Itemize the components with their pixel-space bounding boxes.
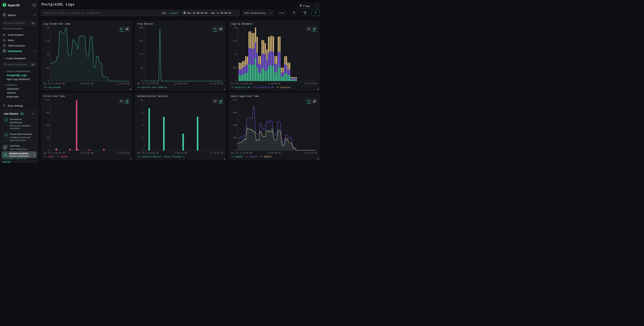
chevron-up-icon[interactable] (32, 113, 34, 114)
sidebar-item-alerts[interactable]: Alerts (0, 38, 38, 43)
sidebar-item-search[interactable]: Search (0, 13, 38, 18)
svg-text:Nov 10 12:00:00 AM: Nov 10 12:00:00 AM (137, 152, 158, 154)
line-view-button[interactable] (307, 100, 311, 104)
resize-handle[interactable] (317, 88, 319, 90)
saved-dashboards-section-header[interactable]: SAVED DASHBOARDS (0, 70, 38, 73)
line-view-button[interactable] (120, 100, 123, 104)
saved-searches-input[interactable]: ⌘K (2, 21, 36, 26)
filter-button[interactable] (301, 10, 308, 16)
sidebar-item-team-settings[interactable]: Team Settings (0, 103, 38, 109)
chart-plot-logs-by-database: 05001K1.5K2KNov 10 12:00:00 AM11:00:00 A… (231, 26, 317, 85)
kebab-icon (317, 5, 318, 8)
saved-searches-field[interactable] (8, 22, 30, 24)
tag-icon (299, 5, 302, 8)
refresh-button[interactable] (290, 10, 298, 16)
chevron-up-icon (34, 51, 36, 52)
get-started-item-connect[interactable]: Connect to ClickHouse Set up your databa… (4, 118, 34, 130)
chevron-down-icon (270, 12, 272, 14)
sidebar-item-chart-explorer[interactable]: Chart Explorer (0, 32, 38, 38)
event-search-input[interactable] (43, 12, 160, 14)
chart-card-slow-queries: Slow Queries085170255340Nov 10 12:00:00 … (134, 21, 226, 91)
logo-row: HyperDX (0, 0, 38, 10)
page-title: PostgreSQL Logs (41, 2, 320, 7)
bar-view-button[interactable] (313, 100, 316, 104)
user-menu[interactable]: D dominic.tran@clic... dominic.tran@clic… (2, 151, 37, 158)
sql-toggle[interactable]: SQL (162, 12, 166, 14)
svg-text:600: 600 (233, 124, 236, 126)
granularity-value: Auto Granularity (244, 12, 266, 14)
chart-view-toggle (118, 99, 130, 104)
get-started-item-sources[interactable]: Create Data Sources Configure where your… (4, 133, 34, 142)
saved-dashboards-input[interactable]: ⌘K (2, 62, 36, 67)
chart-plot-auth-failures: 036912Nov 10 12:00:00 AM11:00:00 AM11:30… (137, 99, 223, 155)
help-button[interactable]: ? (2, 145, 8, 150)
resize-handle[interactable] (224, 158, 225, 159)
svg-text:0: 0 (48, 80, 49, 82)
search-icon (4, 63, 6, 66)
check-circle-icon (4, 133, 8, 142)
svg-text:0: 0 (48, 149, 49, 152)
chart-card-logs-by-database: Logs by database05001K1.5K2KNov 10 12:00… (228, 21, 320, 91)
lucene-toggle[interactable]: Lucene (170, 12, 178, 14)
line-view-button[interactable] (214, 27, 217, 32)
granularity-select[interactable]: Auto Granularity (242, 10, 274, 16)
chart-view-toggle (306, 26, 318, 32)
resize-handle[interactable] (317, 158, 319, 159)
sidebar-item-postgresql-logs[interactable]: PostgreSQL Logs (0, 73, 38, 77)
chart-view-toggle (306, 99, 318, 104)
presets-section-header[interactable]: PRESETS (0, 83, 38, 87)
event-search-box[interactable]: SQL | Lucene (41, 10, 180, 16)
saved-dashboards-field[interactable] (8, 63, 30, 66)
svg-text:255: 255 (139, 40, 143, 42)
svg-text:11:00:00 AM: 11:00:00 AM (268, 152, 280, 154)
line-view-button[interactable] (120, 27, 123, 32)
live-button[interactable]: Live (277, 10, 286, 16)
sidebar-item-dashboards[interactable]: Dashboards (0, 48, 38, 54)
svg-text:Nov 10 12:00:00 AM: Nov 10 12:00:00 AM (231, 152, 252, 154)
user-name: dominic.tran@clic... (10, 152, 30, 155)
chevron-down-icon (4, 84, 5, 87)
plus-icon: + (3, 57, 4, 60)
resize-handle[interactable] (130, 88, 132, 90)
time-range-picker[interactable]: Nov 10 00:00:00 - Nov 11 00:00:00 (181, 10, 240, 16)
line-view-button[interactable] (307, 27, 311, 32)
svg-text:0: 0 (142, 80, 143, 82)
svg-text:Nov 10 12:00:00 AM: Nov 10 12:00:00 AM (231, 82, 252, 85)
svg-text:11:00:00 AM: 11:00:00 AM (268, 82, 280, 85)
shortcut-badge: ⌘K (31, 22, 35, 25)
chart-plot-slow-queries: 085170255340Nov 10 12:00:00 AM11:00:00 A… (137, 26, 223, 85)
resize-handle[interactable] (130, 158, 132, 159)
svg-text:2K: 2K (47, 27, 49, 29)
line-view-button[interactable] (214, 100, 217, 104)
sidebar-item-clickhouse[interactable]: ClickHouse (0, 87, 38, 91)
svg-text:500: 500 (46, 67, 49, 69)
svg-text:0: 0 (236, 149, 236, 152)
sidebar-item-nginx-logs-dashboard[interactable]: Nginx logs dashboard (0, 77, 38, 81)
svg-text:11:30:00 PM: 11:30:00 PM (304, 82, 317, 85)
bar-view-button[interactable] (126, 100, 128, 104)
sidebar-item-client-sessions[interactable]: Client Sessions (0, 43, 38, 48)
bar-view-button[interactable] (219, 27, 222, 32)
svg-text:11:30:00 PM: 11:30:00 PM (116, 152, 130, 154)
create-dashboard-button[interactable]: + Create Dashboard (0, 55, 38, 62)
chart-title-query-types: Query types over time (231, 95, 317, 99)
collapse-sidebar-button[interactable] (33, 4, 36, 7)
chart-title-auth-failures: Authentication failures (137, 95, 223, 99)
run-query-button[interactable] (312, 10, 320, 16)
resize-handle[interactable] (224, 88, 225, 90)
chart-plot-query-types: 03006009001.2KNov 10 12:00:00 AM11:00:00… (231, 99, 317, 155)
bar-view-button[interactable] (126, 27, 128, 32)
sidebar-item-services[interactable]: Services (0, 91, 38, 95)
sidebar-item-kubernetes[interactable]: Kubernetes (0, 95, 38, 99)
sidebar: HyperDX Search ⌘K (0, 0, 38, 163)
chart-title-errors-over-time: Errors over time (44, 95, 130, 99)
chart-title-slow-queries: Slow Queries (137, 23, 223, 26)
avatar: D (3, 152, 8, 157)
dashboards-grid-icon (3, 49, 6, 53)
bar-view-button[interactable] (219, 100, 222, 104)
tags-button[interactable]: 0 Tags (297, 4, 312, 9)
chart-card-auth-failures: Authentication failures036912Nov 10 12:0… (134, 93, 226, 160)
chart-title-logs-by-database: Logs by database (231, 23, 317, 26)
more-options-button[interactable] (314, 4, 320, 9)
bar-view-button[interactable] (313, 27, 316, 32)
